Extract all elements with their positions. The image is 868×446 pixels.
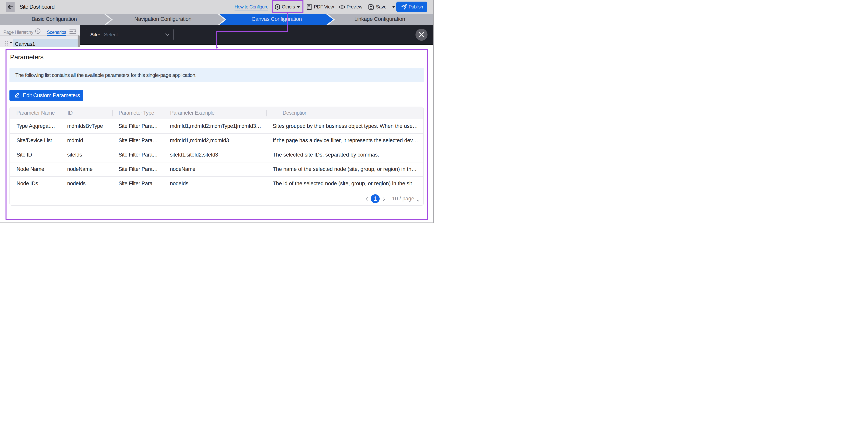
svg-text:Canvas Configuration: Canvas Configuration xyxy=(251,16,302,22)
svg-text:Linkage Configuration: Linkage Configuration xyxy=(354,16,405,22)
svg-text:Basic Configuration: Basic Configuration xyxy=(32,16,77,22)
svg-text:Navigation Configuration: Navigation Configuration xyxy=(134,16,191,22)
